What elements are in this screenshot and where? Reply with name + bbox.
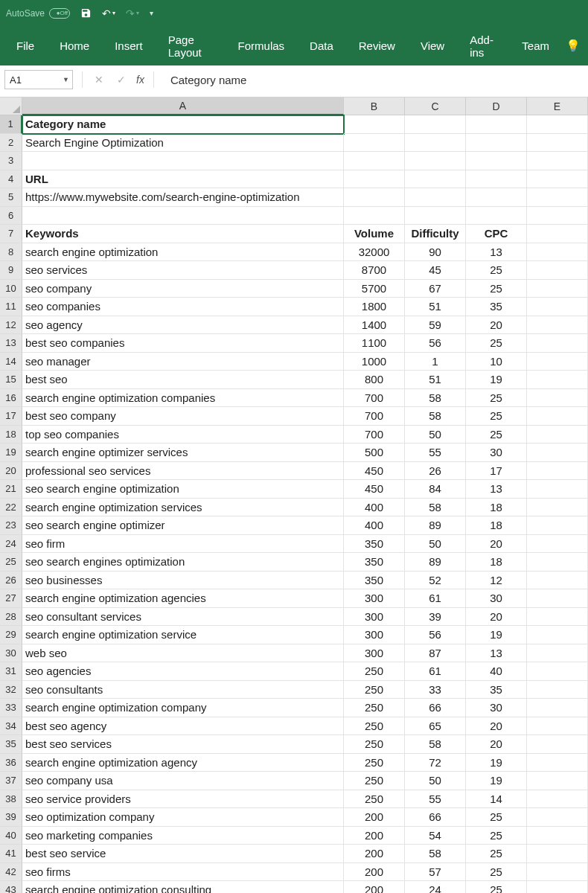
cell[interactable]: 57: [405, 863, 466, 882]
row-header[interactable]: 40: [0, 827, 22, 845]
row-header[interactable]: 14: [0, 353, 22, 371]
cell[interactable]: [527, 462, 588, 481]
cell[interactable]: 30: [466, 444, 527, 462]
row-header[interactable]: 9: [0, 261, 22, 280]
row-header[interactable]: 32: [0, 681, 22, 700]
cell[interactable]: 32000: [344, 243, 405, 262]
cell[interactable]: 25: [466, 426, 527, 444]
row-header[interactable]: 23: [0, 516, 22, 535]
cell[interactable]: 66: [405, 699, 466, 717]
cell[interactable]: 30: [466, 589, 527, 608]
tab-view[interactable]: View: [412, 33, 453, 58]
row-header[interactable]: 36: [0, 754, 22, 772]
cell[interactable]: 58: [405, 407, 466, 426]
cell[interactable]: [466, 207, 527, 225]
cell[interactable]: [527, 188, 588, 207]
cell[interactable]: [405, 115, 466, 134]
row-header[interactable]: 24: [0, 535, 22, 554]
cell[interactable]: [527, 334, 588, 353]
cell[interactable]: [527, 426, 588, 444]
cell[interactable]: 13: [466, 480, 527, 499]
cell[interactable]: [527, 371, 588, 389]
cell[interactable]: 300: [344, 608, 405, 627]
cell[interactable]: [527, 134, 588, 153]
select-all-corner[interactable]: [0, 97, 22, 115]
cell[interactable]: [527, 516, 588, 535]
cell[interactable]: 54: [405, 827, 466, 845]
cell[interactable]: 35: [466, 298, 527, 316]
cell[interactable]: 25: [466, 845, 527, 863]
cell[interactable]: [527, 626, 588, 644]
cell[interactable]: 25: [466, 261, 527, 280]
row-header[interactable]: 2: [0, 134, 22, 153]
qat-customize-icon[interactable]: ▾: [150, 9, 153, 17]
cell[interactable]: best seo agency: [22, 717, 344, 736]
cell[interactable]: Difficulty: [405, 225, 466, 243]
cell[interactable]: [527, 243, 588, 262]
cell[interactable]: 26: [405, 462, 466, 481]
cell[interactable]: [527, 662, 588, 681]
cell[interactable]: seo manager: [22, 353, 344, 371]
cell[interactable]: 52: [405, 572, 466, 590]
cell[interactable]: 1400: [344, 316, 405, 335]
cell[interactable]: 250: [344, 735, 405, 754]
cell[interactable]: 25: [466, 280, 527, 298]
cell[interactable]: 25: [466, 334, 527, 353]
cell[interactable]: [344, 207, 405, 225]
cell[interactable]: 19: [466, 754, 527, 772]
cell[interactable]: [527, 699, 588, 717]
cell[interactable]: 56: [405, 334, 466, 353]
cell[interactable]: best seo services: [22, 735, 344, 754]
col-header-d[interactable]: D: [466, 97, 527, 115]
cell[interactable]: 350: [344, 553, 405, 572]
cell[interactable]: 200: [344, 881, 405, 893]
row-header[interactable]: 27: [0, 589, 22, 608]
col-header-a[interactable]: A: [22, 97, 344, 115]
row-header[interactable]: 30: [0, 644, 22, 663]
cell[interactable]: 58: [405, 735, 466, 754]
cell[interactable]: 55: [405, 790, 466, 809]
row-header[interactable]: 8: [0, 243, 22, 262]
tab-home[interactable]: Home: [51, 33, 98, 58]
cell[interactable]: [527, 553, 588, 572]
cell[interactable]: [527, 115, 588, 134]
cell[interactable]: 89: [405, 516, 466, 535]
cell[interactable]: best seo service: [22, 845, 344, 863]
row-header[interactable]: 25: [0, 553, 22, 572]
cell[interactable]: 300: [344, 626, 405, 644]
cell[interactable]: 200: [344, 863, 405, 882]
cell[interactable]: 250: [344, 790, 405, 809]
cell[interactable]: [405, 134, 466, 153]
cell[interactable]: [466, 152, 527, 170]
cell[interactable]: 58: [405, 845, 466, 863]
row-header[interactable]: 35: [0, 735, 22, 754]
cell[interactable]: 56: [405, 626, 466, 644]
cell[interactable]: seo firm: [22, 535, 344, 554]
cell[interactable]: [527, 280, 588, 298]
cell[interactable]: [527, 572, 588, 590]
undo-icon[interactable]: ↶▾: [102, 7, 115, 19]
cell[interactable]: [527, 152, 588, 170]
cell[interactable]: search engine optimization agencies: [22, 589, 344, 608]
col-header-c[interactable]: C: [405, 97, 466, 115]
cell[interactable]: 33: [405, 681, 466, 700]
cell[interactable]: 45: [405, 261, 466, 280]
cell[interactable]: 25: [466, 863, 527, 882]
cell[interactable]: 84: [405, 480, 466, 499]
tab-file[interactable]: File: [7, 33, 43, 58]
cell[interactable]: 25: [466, 808, 527, 827]
cell[interactable]: [527, 754, 588, 772]
cell[interactable]: seo service providers: [22, 790, 344, 809]
cell[interactable]: [466, 115, 527, 134]
cell[interactable]: [527, 827, 588, 845]
formula-value[interactable]: Category name: [163, 74, 247, 86]
cell[interactable]: 13: [466, 243, 527, 262]
row-header[interactable]: 11: [0, 298, 22, 316]
cell[interactable]: 450: [344, 462, 405, 481]
cell[interactable]: 350: [344, 572, 405, 590]
cell[interactable]: [527, 881, 588, 893]
cell[interactable]: seo agency: [22, 316, 344, 335]
cell[interactable]: 200: [344, 845, 405, 863]
cell[interactable]: 25: [466, 407, 527, 426]
row-header[interactable]: 39: [0, 808, 22, 827]
